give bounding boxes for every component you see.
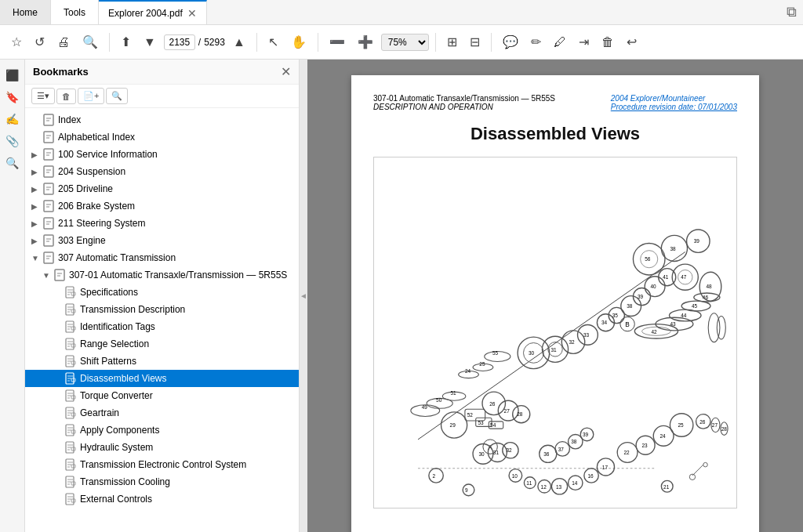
bookmark-id-tags[interactable]: Identification Tags	[25, 318, 299, 335]
bookmark-trans-elec[interactable]: Transmission Electronic Control System	[25, 456, 299, 473]
svg-text:28: 28	[721, 426, 728, 432]
tab-tools-label: Tools	[64, 7, 85, 18]
bookmark-205-label: 205 Driveline	[58, 183, 113, 194]
find-bookmark-button[interactable]: 🔍	[106, 88, 128, 104]
bookmarks-title: Bookmarks	[33, 66, 89, 78]
search-icon[interactable]: 🔍	[3, 154, 22, 172]
share-button[interactable]: ⇥	[574, 31, 594, 52]
bookmark-206[interactable]: ▶ 206 Brake System	[25, 197, 299, 215]
bookmark-trans-desc[interactable]: Transmission Description	[25, 301, 299, 318]
zoom-in-button[interactable]: ➕	[353, 31, 378, 52]
svg-text:56: 56	[645, 256, 651, 262]
svg-text:24: 24	[660, 433, 667, 439]
svg-text:23: 23	[641, 443, 648, 448]
next-page-button[interactable]: ▲	[228, 32, 250, 52]
bookmark-hydraulic[interactable]: Hydraulic System	[25, 439, 299, 456]
bookmark-specifications[interactable]: Specifications	[25, 284, 299, 301]
bookmark-disassem-views[interactable]: Disassembled Views	[25, 370, 299, 387]
bookmark-303[interactable]: ▶ 303 Engine	[25, 232, 299, 249]
attachments-icon[interactable]: 📎	[3, 132, 22, 150]
zoom-out-button[interactable]: ➖	[325, 31, 350, 52]
bookmark-alpha-index[interactable]: Alphabetical Index	[25, 128, 299, 146]
close-tab-icon[interactable]: ✕	[187, 7, 197, 20]
page-icon	[64, 355, 77, 367]
bookmark-205[interactable]: ▶ 205 Driveline	[25, 180, 299, 197]
bookmark-icon	[42, 217, 55, 230]
find-button[interactable]: 🔍	[78, 31, 103, 52]
svg-rect-9	[55, 270, 64, 280]
highlight-button[interactable]: ✏	[526, 31, 546, 52]
previous-page-button[interactable]: ▼	[139, 32, 161, 52]
bookmark-torque-conv[interactable]: Torque Converter	[25, 387, 299, 404]
page-icon	[64, 424, 77, 436]
bookmark-307[interactable]: ▼ 307 Automatic Transmission	[25, 249, 299, 266]
print-button[interactable]: 🖨	[53, 32, 74, 52]
draw-button[interactable]: 🖊	[549, 32, 571, 52]
pdf-area[interactable]: 2004 Explorer/Mountaineer Procedure revi…	[307, 60, 803, 532]
svg-text:24: 24	[465, 368, 471, 374]
bookmark-trans-desc-label: Transmission Description	[80, 304, 185, 315]
new-bookmark-button[interactable]: 📄+	[78, 88, 104, 104]
zoom-select[interactable]: 50% 75% 100% 125% 150%	[381, 34, 429, 51]
bookmark-307-label: 307 Automatic Transmission	[58, 252, 176, 263]
bookmark-trans-cool[interactable]: Transmission Cooling	[25, 473, 299, 490]
svg-text:28: 28	[517, 411, 523, 417]
undo-button[interactable]: ↩	[622, 31, 641, 52]
page-icon	[64, 493, 77, 505]
procedure-date-link[interactable]: Procedure revision date: 07/01/2003	[611, 103, 737, 111]
thumbnails-icon[interactable]: ⬛	[3, 66, 22, 85]
bookmark-index[interactable]: Index	[25, 111, 299, 128]
window-restore-icon[interactable]: ⧉	[787, 4, 803, 20]
svg-text:38: 38	[571, 439, 577, 444]
fit-page-button[interactable]: ⊞	[442, 31, 462, 52]
svg-text:32: 32	[506, 447, 512, 453]
svg-rect-7	[44, 235, 53, 246]
bookmark-211[interactable]: ▶ 211 Steering System	[25, 215, 299, 232]
tab-file[interactable]: Explorer 2004.pdf ✕	[99, 0, 207, 24]
bookmark-geartrain[interactable]: Geartrain	[25, 404, 299, 422]
bookmark-204[interactable]: ▶ 204 Suspension	[25, 163, 299, 180]
svg-text:14: 14	[572, 480, 578, 486]
tab-home[interactable]: Home	[0, 0, 51, 24]
svg-text:45: 45	[692, 303, 698, 309]
comment-button[interactable]: 💬	[498, 31, 523, 52]
bookmarks-view-menu[interactable]: ☰▾	[31, 88, 55, 104]
svg-rect-6	[44, 218, 53, 229]
fit-width-button[interactable]: ⊟	[465, 31, 485, 52]
svg-text:33: 33	[583, 332, 590, 338]
bookmark-range-sel[interactable]: Range Selection	[25, 335, 299, 353]
resize-icon: ◄	[300, 291, 307, 300]
expand-arrow-303: ▶	[31, 237, 42, 245]
page-number-input[interactable]	[164, 34, 195, 50]
svg-text:42: 42	[651, 329, 657, 335]
bookmarks-panel: Bookmarks ✕ ☰▾ 🗑 📄+ 🔍 Index Alphabetical…	[25, 60, 300, 532]
svg-text:21: 21	[663, 484, 670, 490]
first-page-button[interactable]: ⬆	[116, 31, 136, 52]
svg-text:17: 17	[602, 465, 609, 470]
bookmark-100-service[interactable]: ▶ 100 Service Information	[25, 146, 299, 163]
select-tool-button[interactable]: ↖	[263, 31, 283, 52]
hand-tool-button[interactable]: ✋	[286, 31, 311, 52]
svg-text:39: 39	[694, 238, 700, 244]
previous-view-button[interactable]: ↺	[30, 31, 49, 52]
bookmark-shift-pat[interactable]: Shift Patterns	[25, 353, 299, 370]
delete-bookmark-button[interactable]: 🗑	[56, 89, 76, 104]
bookmark-307-01[interactable]: ▼ 307-01 Automatic Transaxle/Transmissio…	[25, 266, 299, 284]
bookmark-trans-elec-label: Transmission Electronic Control System	[80, 459, 246, 470]
back-button[interactable]: ☆	[6, 31, 27, 52]
bookmarks-close-button[interactable]: ✕	[281, 64, 291, 79]
page-icon	[64, 320, 77, 333]
svg-text:38: 38	[670, 246, 676, 252]
panel-resize-handle[interactable]: ◄	[300, 60, 307, 532]
svg-text:16: 16	[587, 473, 594, 479]
bookmark-apply-comp[interactable]: Apply Components	[25, 422, 299, 439]
bookmark-ext-controls[interactable]: External Controls	[25, 490, 299, 508]
svg-text:37: 37	[558, 447, 565, 452]
svg-text:11: 11	[526, 480, 532, 486]
delete-button[interactable]: 🗑	[597, 32, 619, 52]
svg-rect-5	[44, 201, 53, 212]
tab-tools[interactable]: Tools	[51, 0, 99, 24]
page-icon	[64, 458, 77, 471]
signatures-icon[interactable]: ✍	[3, 110, 22, 128]
bookmarks-icon[interactable]: 🔖	[3, 88, 22, 107]
